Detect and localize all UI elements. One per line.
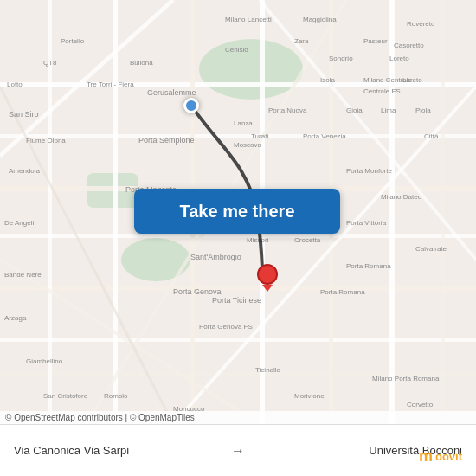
svg-rect-16: [389, 0, 395, 424]
svg-text:Pasteur: Pasteur: [363, 37, 388, 45]
svg-rect-7: [0, 234, 476, 238]
svg-text:Lima: Lima: [381, 106, 396, 114]
svg-text:Gioia: Gioia: [346, 106, 363, 114]
svg-text:Porta Vittoria: Porta Vittoria: [346, 219, 387, 227]
svg-text:Porta Ticinese: Porta Ticinese: [212, 296, 261, 305]
svg-text:Tre Torri - Fiera: Tre Torri - Fiera: [87, 80, 134, 88]
svg-text:Turati: Turati: [251, 132, 268, 140]
route-arrow-icon: →: [231, 443, 245, 459]
origin-marker: [183, 98, 199, 113]
svg-rect-5: [0, 134, 476, 138]
svg-text:Calvairate: Calvairate: [415, 245, 447, 253]
svg-text:Rovereto: Rovereto: [407, 20, 435, 28]
svg-text:Milano Dateo: Milano Dateo: [381, 193, 422, 201]
map-attribution: © OpenStreetMap contributors | © OpenMap…: [0, 411, 476, 424]
svg-text:Milano Porta Romana: Milano Porta Romana: [372, 375, 440, 383]
bottom-bar: Via Canonica Via Sarpi → Università Bocc…: [0, 424, 476, 476]
svg-text:Città: Città: [424, 132, 439, 140]
svg-point-2: [121, 238, 190, 281]
svg-text:Bande Nere: Bande Nere: [4, 271, 42, 279]
svg-text:Portello: Portello: [61, 37, 85, 45]
svg-text:Porta Romana: Porta Romana: [346, 262, 391, 270]
svg-text:Piola: Piola: [415, 106, 431, 114]
svg-text:Lanza: Lanza: [234, 119, 253, 127]
svg-text:Ticinello: Ticinello: [255, 366, 281, 374]
svg-text:San Siro: San Siro: [9, 110, 39, 119]
svg-text:Porta Venezia: Porta Venezia: [303, 132, 346, 140]
svg-text:Morivione: Morivione: [294, 392, 325, 400]
svg-rect-8: [0, 286, 476, 291]
svg-text:Milano Lancetti: Milano Lancetti: [225, 16, 272, 23]
svg-rect-9: [0, 338, 476, 342]
svg-text:De Angeli: De Angeli: [4, 219, 34, 227]
svg-text:Fiume Olona: Fiume Olona: [26, 137, 66, 145]
map-container: San Siro Tre Torri - Fiera Lotto Amendol…: [0, 0, 476, 424]
svg-text:Corvetto: Corvetto: [407, 401, 434, 408]
svg-point-1: [199, 39, 303, 100]
svg-text:Missori: Missori: [247, 236, 269, 244]
svg-text:Porta Monforte: Porta Monforte: [346, 167, 392, 175]
moovit-logo: m oovit: [419, 447, 462, 466]
svg-text:QT8: QT8: [43, 59, 57, 67]
svg-text:Amendola: Amendola: [9, 167, 41, 175]
svg-text:Sant'Ambrogio: Sant'Ambrogio: [190, 253, 241, 261]
svg-rect-17: [441, 0, 445, 424]
svg-text:Gerusalemme: Gerusalemme: [147, 88, 196, 97]
svg-text:Lotto: Lotto: [7, 80, 23, 88]
svg-text:San Cristoforo: San Cristoforo: [43, 392, 88, 400]
moovit-m-letter: m: [419, 447, 433, 466]
svg-text:Porta Sempione: Porta Sempione: [138, 136, 195, 145]
svg-text:Isola: Isola: [320, 76, 335, 84]
svg-text:Centrale FS: Centrale FS: [363, 87, 401, 95]
svg-text:Crocetta: Crocetta: [294, 236, 321, 244]
svg-text:Porta Romana: Porta Romana: [320, 288, 365, 296]
svg-text:Romolo: Romolo: [104, 392, 128, 400]
destination-marker: [257, 264, 278, 290]
svg-text:Sondrio: Sondrio: [329, 55, 353, 62]
svg-text:Porta Genova FS: Porta Genova FS: [199, 323, 253, 331]
moovit-text: oovit: [435, 450, 462, 463]
svg-text:Maggiolina: Maggiolina: [303, 16, 337, 23]
svg-text:Zara: Zara: [294, 37, 309, 45]
svg-text:Cenisio: Cenisio: [225, 46, 248, 54]
svg-text:Loreto: Loreto: [389, 55, 409, 62]
route-from-label: Via Canonica Via Sarpi: [14, 444, 231, 457]
svg-text:Giambellino: Giambellino: [26, 357, 63, 365]
svg-rect-12: [113, 0, 118, 424]
svg-text:Porta Nuova: Porta Nuova: [268, 106, 307, 114]
svg-text:Arzaga: Arzaga: [4, 314, 27, 322]
svg-text:Loreto: Loreto: [402, 76, 422, 84]
take-me-there-button[interactable]: Take me there: [134, 189, 340, 234]
svg-text:Porta Genova: Porta Genova: [173, 287, 222, 296]
svg-text:Moscova: Moscova: [234, 141, 262, 149]
svg-text:Bullona: Bullona: [130, 59, 153, 67]
svg-text:Casoretto: Casoretto: [394, 42, 424, 49]
